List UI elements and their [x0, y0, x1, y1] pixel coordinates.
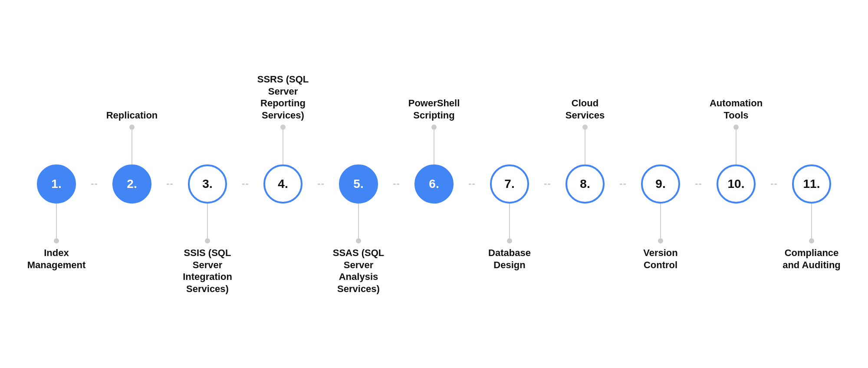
- label-bottom-9: VersionControl: [643, 247, 677, 271]
- label-bottom-5: SSAS (SQLServerAnalysisServices): [333, 247, 385, 295]
- node-10: AutomationTools10.: [701, 65, 771, 303]
- connector-10: [771, 65, 777, 303]
- connector-2: [167, 65, 173, 303]
- vline-top-2: [132, 130, 132, 164]
- vline-bottom-3: [207, 204, 208, 238]
- connector-9: [695, 65, 701, 303]
- timeline-container: 1.IndexManagement Replication2. 3.SSIS (…: [17, 15, 851, 353]
- circle-4[interactable]: 4.: [263, 164, 302, 204]
- vline-top-6: [434, 130, 434, 164]
- dot-bottom-5: [356, 238, 361, 243]
- connector-5: [393, 65, 399, 303]
- connector-4: [318, 65, 324, 303]
- timeline-grid: 1.IndexManagement Replication2. 3.SSIS (…: [22, 65, 846, 303]
- node-9: 9.VersionControl: [626, 65, 695, 303]
- dot-bottom-11: [809, 238, 814, 243]
- vline-bottom-7: [509, 204, 510, 238]
- connector-1: [91, 65, 97, 303]
- circle-5[interactable]: 5.: [339, 164, 378, 204]
- circle-7[interactable]: 7.: [490, 164, 529, 204]
- label-top-2: Replication: [106, 109, 158, 122]
- dot-top-10: [733, 125, 739, 130]
- dot-bottom-3: [205, 238, 210, 243]
- vline-bottom-5: [358, 204, 359, 238]
- label-top-4: SSRS (SQLServerReportingServices): [257, 73, 309, 121]
- label-bottom-1: IndexManagement: [27, 247, 85, 271]
- dot-bottom-7: [507, 238, 512, 243]
- connector-6: [469, 65, 475, 303]
- circle-10[interactable]: 10.: [717, 164, 756, 204]
- circle-8[interactable]: 8.: [566, 164, 605, 204]
- vline-bottom-11: [811, 204, 812, 238]
- connector-3: [242, 65, 248, 303]
- vline-top-10: [736, 130, 736, 164]
- node-8: CloudServices8.: [550, 65, 620, 303]
- label-top-8: CloudServices: [566, 97, 605, 121]
- circle-6[interactable]: 6.: [414, 164, 454, 204]
- dot-top-8: [582, 125, 588, 130]
- node-6: PowerShellScripting6.: [399, 65, 469, 303]
- node-3: 3.SSIS (SQLServerIntegrationServices): [173, 65, 242, 303]
- node-1: 1.IndexManagement: [22, 65, 91, 303]
- label-bottom-11: Complianceand Auditing: [783, 247, 841, 271]
- dot-bottom-9: [658, 238, 663, 243]
- dot-bottom-1: [54, 238, 59, 243]
- node-5: 5.SSAS (SQLServerAnalysisServices): [324, 65, 393, 303]
- circle-11[interactable]: 11.: [792, 164, 831, 204]
- circle-1[interactable]: 1.: [37, 164, 76, 204]
- node-11: 11.Complianceand Auditing: [777, 65, 846, 303]
- circle-3[interactable]: 3.: [188, 164, 227, 204]
- node-4: SSRS (SQLServerReportingServices)4.: [248, 65, 318, 303]
- vline-bottom-1: [56, 204, 57, 238]
- circle-2[interactable]: 2.: [112, 164, 151, 204]
- vline-bottom-9: [660, 204, 661, 238]
- dot-top-2: [129, 125, 135, 130]
- node-2: Replication2.: [97, 65, 167, 303]
- vline-top-4: [283, 130, 283, 164]
- node-7: 7.DatabaseDesign: [475, 65, 544, 303]
- label-top-6: PowerShellScripting: [408, 97, 460, 121]
- dot-top-4: [280, 125, 286, 130]
- label-top-10: AutomationTools: [710, 97, 763, 121]
- connector-7: [544, 65, 550, 303]
- connector-8: [620, 65, 626, 303]
- circle-9[interactable]: 9.: [641, 164, 680, 204]
- vline-top-8: [585, 130, 585, 164]
- label-bottom-3: SSIS (SQLServerIntegrationServices): [183, 247, 232, 295]
- dot-top-6: [431, 125, 437, 130]
- label-bottom-7: DatabaseDesign: [488, 247, 531, 271]
